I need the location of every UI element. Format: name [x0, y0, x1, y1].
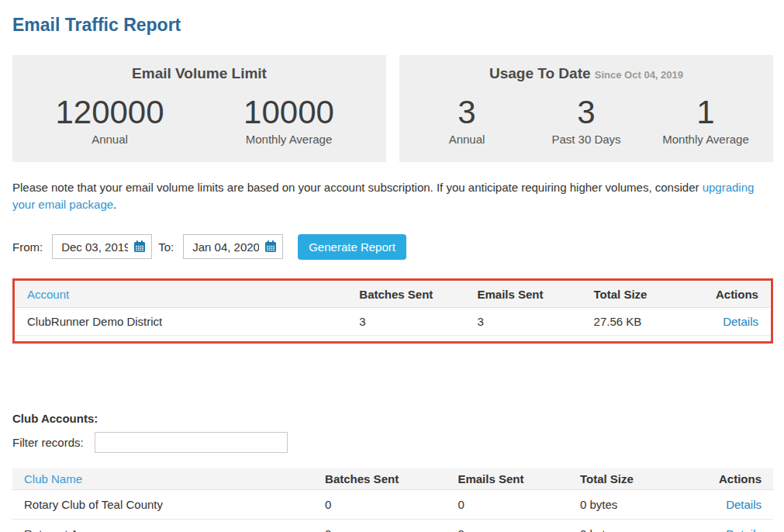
stat-label: Annual: [407, 133, 527, 146]
stat-monthly-average-usage: 1 Monthly Average: [646, 95, 765, 146]
club-traffic-table: Club Name Batches Sent Emails Sent Total…: [12, 468, 773, 532]
account-name-cell: ClubRunner Demo District: [16, 307, 347, 335]
emails-sent-cell: 0: [446, 519, 568, 532]
from-date-field: [52, 234, 152, 259]
total-size-cell: 0 bytes: [568, 519, 707, 532]
col-account: Account: [16, 282, 347, 308]
details-link[interactable]: Details: [726, 527, 762, 532]
batches-sent-cell: 0: [313, 519, 446, 532]
col-total-size: Total Size: [568, 468, 707, 490]
stat-label: Annual: [20, 133, 199, 146]
stat-monthly-average-limit: 10000 Monthly Average: [199, 95, 378, 146]
filter-row: Filter records:: [12, 432, 773, 453]
calendar-icon[interactable]: [264, 240, 277, 253]
club-table-header-row: Club Name Batches Sent Emails Sent Total…: [12, 468, 773, 490]
stat-annual-usage: 3 Annual: [407, 95, 527, 146]
stat-value: 3: [407, 95, 527, 130]
stat-value: 1: [646, 95, 765, 130]
stat-label: Past 30 Days: [527, 133, 646, 146]
generate-report-button[interactable]: Generate Report: [298, 234, 406, 260]
total-size-cell: 27.56 KB: [582, 307, 704, 335]
email-volume-limit-panel: Email Volume Limit 120000 Annual 10000 M…: [12, 55, 386, 162]
district-table-header-row: Account Batches Sent Emails Sent Total S…: [16, 282, 770, 308]
col-emails-sent: Emails Sent: [465, 282, 582, 308]
usage-stats: 3 Annual 3 Past 30 Days 1 Monthly Averag…: [407, 95, 765, 146]
note-period: .: [113, 198, 116, 211]
col-total-size: Total Size: [582, 282, 704, 308]
stat-past-30-days: 3 Past 30 Days: [527, 95, 646, 146]
stat-value: 120000: [20, 95, 199, 130]
usage-to-date-panel: Usage To Date Since Oct 04, 2019 3 Annua…: [399, 55, 773, 162]
district-traffic-table: Account Batches Sent Emails Sent Total S…: [16, 282, 770, 336]
filter-records-label: Filter records:: [12, 436, 84, 449]
batches-sent-cell: 3: [347, 307, 465, 335]
club-name-cell: Rotaract Azure: [12, 519, 313, 532]
table-row: Rotary Club of Teal County 0 0 0 bytes D…: [12, 489, 773, 519]
sort-account-link[interactable]: Account: [27, 288, 69, 301]
col-batches-sent: Batches Sent: [313, 468, 446, 490]
col-actions: Actions: [704, 282, 770, 308]
highlight-box: Account Batches Sent Emails Sent Total S…: [12, 278, 773, 344]
stat-value: 10000: [199, 95, 378, 130]
sort-club-name-link[interactable]: Club Name: [24, 472, 82, 485]
page-title: Email Traffic Report: [12, 15, 773, 36]
to-date-field: [183, 234, 283, 259]
total-size-cell: 0 bytes: [568, 489, 707, 519]
col-emails-sent: Emails Sent: [446, 468, 568, 490]
from-label: From:: [12, 240, 43, 254]
col-club-name: Club Name: [12, 468, 313, 490]
summary-panels: Email Volume Limit 120000 Annual 10000 M…: [12, 55, 773, 162]
usage-since-date: Since Oct 04, 2019: [595, 69, 683, 81]
volume-limit-stats: 120000 Annual 10000 Monthly Average: [20, 95, 378, 146]
col-batches-sent: Batches Sent: [347, 282, 465, 308]
details-link[interactable]: Details: [723, 315, 758, 328]
report-date-form: From: To:: [12, 234, 773, 260]
emails-sent-cell: 3: [465, 307, 582, 335]
club-name-cell: Rotary Club of Teal County: [12, 489, 313, 519]
col-actions: Actions: [707, 468, 773, 490]
details-link[interactable]: Details: [726, 498, 762, 511]
emails-sent-cell: 0: [446, 489, 568, 519]
usage-title: Usage To Date Since Oct 04, 2019: [407, 65, 765, 82]
table-row: Rotaract Azure 0 0 0 bytes Details: [12, 519, 773, 532]
usage-title-text: Usage To Date: [489, 65, 591, 81]
volume-limit-title: Email Volume Limit: [20, 65, 378, 82]
stat-label: Monthly Average: [199, 133, 378, 146]
stat-value: 3: [527, 95, 646, 130]
table-row: ClubRunner Demo District 3 3 27.56 KB De…: [16, 307, 770, 335]
filter-records-input[interactable]: [95, 432, 288, 453]
note-text: Please note that your email volume limit…: [12, 181, 703, 194]
club-accounts-label: Club Accounts:: [12, 412, 773, 425]
email-traffic-report-page: Email Traffic Report Email Volume Limit …: [0, 15, 784, 532]
to-label: To:: [158, 240, 174, 254]
calendar-icon[interactable]: [133, 240, 146, 253]
volume-limits-note: Please note that your email volume limit…: [12, 179, 773, 213]
batches-sent-cell: 0: [313, 489, 446, 519]
stat-label: Monthly Average: [646, 133, 765, 146]
stat-annual-limit: 120000 Annual: [20, 95, 199, 146]
